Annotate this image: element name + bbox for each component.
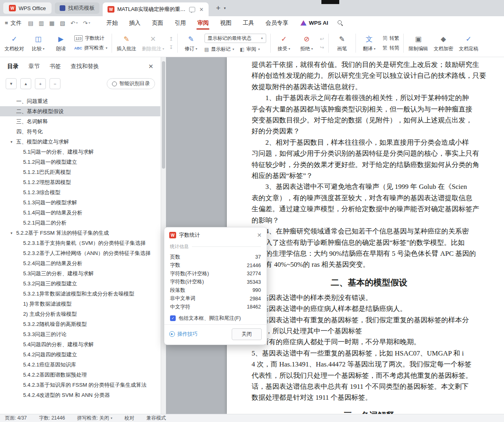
previous-change-icon[interactable]: ↩ xyxy=(320,36,324,42)
previous-comment-icon[interactable]: ↥ xyxy=(169,36,173,42)
print-icon[interactable]: ▥ xyxy=(39,20,44,26)
track-changes-button[interactable]: ✎ 修订▾ xyxy=(180,31,202,55)
accept-change-button[interactable]: ✓ 接受▾ xyxy=(273,31,295,55)
wps-ai-button[interactable]: WPS AI xyxy=(300,20,328,26)
ribbon-tab[interactable]: 引用 xyxy=(169,16,192,30)
toc-expand-icon[interactable]: ▾ xyxy=(11,231,16,235)
sidebar-tab[interactable]: 章节 xyxy=(28,63,40,70)
ribbon-tab[interactable]: 会员专享 xyxy=(260,16,294,30)
toc-item[interactable]: 5.1.3问题一的模型求解 xyxy=(0,197,160,208)
tab-list-chevron-icon[interactable]: ▾ xyxy=(224,6,226,10)
toc-item[interactable]: 5.3问题三的分析、建模与求解 xyxy=(0,268,160,278)
word-count-indicator[interactable]: 字数: 21446 xyxy=(39,415,65,422)
save-icon[interactable]: ▤ xyxy=(28,20,33,26)
toc-item[interactable]: ▾ 5.2.2基于 FSSM 算法的特征子集的生成 xyxy=(0,228,160,238)
ribbon-tab[interactable]: 插入 xyxy=(123,16,146,30)
ink-brush-button[interactable]: ✎ 画笔 xyxy=(331,31,353,55)
sidebar-tab[interactable]: 目录 xyxy=(7,63,19,70)
toc-item[interactable]: 5.2.1问题二的分析 xyxy=(0,218,160,228)
toc-item[interactable]: 5.1.2.1巴氏距离模型 xyxy=(0,167,160,177)
toc-item[interactable]: 5.4问题四的分析、建模与求解 xyxy=(0,339,160,349)
collapse-all-button[interactable]: ▾ xyxy=(6,78,17,89)
proofing-status[interactable]: 校对 xyxy=(125,415,134,422)
reject-change-button[interactable]: ⊘ 拒绝▾ xyxy=(296,31,318,55)
toc-item[interactable]: 5.3.3问题三的讨论 xyxy=(0,329,160,339)
zoom-in-button[interactable]: + xyxy=(35,78,46,89)
print-preview-icon[interactable]: ▦ xyxy=(49,20,54,26)
toc-item[interactable]: 1) 异常数据滤波模型 xyxy=(0,299,160,309)
toc-item[interactable]: 5.1.2.2理想基因模型 xyxy=(0,177,160,187)
toc-item[interactable]: 5.4.2.2基因图谱数据预处理 xyxy=(0,370,160,380)
show-markup-button[interactable]: ▤ 显示标记 ▾ xyxy=(205,46,234,53)
compatibility-mode-indicator[interactable]: 兼容模式 xyxy=(146,415,166,422)
to-simplified-button[interactable]: 繁 转简 xyxy=(383,45,399,51)
encrypt-document-button[interactable]: ◆ 文档加密 xyxy=(431,31,456,55)
sidebar-tab[interactable]: 书签 xyxy=(50,63,61,70)
file-menu-button[interactable]: ≡ 文件 xyxy=(5,19,22,27)
expand-all-button[interactable]: ▴ xyxy=(20,78,31,89)
docer-template-tab[interactable]: 找稻壳模板 xyxy=(55,2,99,14)
toc-item[interactable]: 2) 主成分分析去噪模型 xyxy=(0,309,160,319)
toc-item[interactable]: 5.4.2.1癌症基因知识库 xyxy=(0,360,160,370)
toc-item[interactable]: 5.3.2问题三的模型建立 xyxy=(0,278,160,289)
next-change-icon[interactable]: ↪ xyxy=(320,45,324,50)
toc-expand-icon[interactable]: ▾ xyxy=(11,140,16,144)
toc-item[interactable]: 5.1.4问题一的结果及分析 xyxy=(0,208,160,218)
toc-item[interactable]: 5.4.2.4改进型的 SVM 和 ANN 分类器 xyxy=(0,390,160,400)
tips-link[interactable]: ▶ 操作技巧 xyxy=(169,331,198,338)
toc-item[interactable]: 四、符号化 xyxy=(0,126,160,137)
close-tab-icon[interactable]: ✕ xyxy=(199,6,204,13)
redo-button[interactable]: ↷ ▾ xyxy=(83,20,90,26)
translate-button[interactable]: 文 翻译▾ xyxy=(358,31,380,55)
toc-item[interactable]: 5.1.2问题一的模型建立 xyxy=(0,157,160,167)
ribbon-tab[interactable]: 开始 xyxy=(101,16,123,30)
toc-item[interactable]: 5.3.2.2随机噪音的高斯模型 xyxy=(0,319,160,329)
new-tab-button[interactable]: + xyxy=(213,4,223,13)
toc-item[interactable]: 5.2.3.1基于支持向量机（SVM）的分类特征子集选择 xyxy=(0,238,160,248)
page-indicator[interactable]: 页面: 4/37 xyxy=(5,415,27,422)
ribbon-tab[interactable]: 页面 xyxy=(146,16,169,30)
close-dialog-icon[interactable]: ✕ xyxy=(257,232,262,238)
markup-state-dropdown[interactable]: 显示标记的最终状态 ▾ xyxy=(205,34,266,43)
toc-item[interactable]: ▾ 五、模型的建立与求解 xyxy=(0,137,160,147)
compare-button[interactable]: ◫ 比较▾ xyxy=(27,31,49,55)
toc-item[interactable]: 二、基本的模型假设 xyxy=(0,106,160,116)
scrollbar-thumb[interactable] xyxy=(162,61,165,169)
smart-toc-button[interactable]: 智能识别目录 xyxy=(107,78,155,89)
toc-item[interactable]: 5.1问题一的分析、建模与求解 xyxy=(0,147,160,157)
sidebar-tab[interactable]: 查找和替换 xyxy=(71,63,99,70)
toc-item[interactable]: 三、名词解释 xyxy=(0,116,160,126)
export-pdf-icon[interactable]: ▧ xyxy=(60,20,65,26)
ribbon-tab[interactable]: 审阅 xyxy=(192,16,214,30)
toc-item[interactable]: 5.1.2.3综合模型 xyxy=(0,187,160,197)
doc-proof-button[interactable]: ✓ 文档校对 xyxy=(2,31,26,55)
spell-check-status[interactable]: 拼写检查: 关闭 ▾ xyxy=(77,415,112,422)
document-tab-active[interactable]: W MATLAB实现确定肿瘤的重要... ✕ xyxy=(103,2,209,16)
spell-check-button[interactable]: ABC 拼写检查 ▾ xyxy=(74,45,108,51)
zoom-out-button[interactable]: − xyxy=(50,78,60,89)
close-sidebar-icon[interactable]: ✕ xyxy=(148,63,153,70)
home-tab[interactable]: W WPS Office xyxy=(3,2,52,14)
undo-button[interactable]: ↶ ▾ xyxy=(71,20,78,26)
toc-item[interactable]: 5.2.4问题二的结果及分析 xyxy=(0,258,160,268)
review-pane-button[interactable]: ◧ 审阅 ▾ xyxy=(240,46,260,53)
close-button[interactable]: 关闭 xyxy=(232,328,262,340)
dialog-title-bar[interactable]: W 字数统计 ✕ xyxy=(164,227,267,243)
toc-item[interactable]: 5.4.2.3基于知识库的 FSSM 的分类特征子集生成算法 xyxy=(0,380,160,390)
insert-comment-button[interactable]: ✎ 插入批注 xyxy=(114,31,139,55)
finalize-document-button[interactable]: ✓ 文档定稿 xyxy=(457,31,481,55)
next-comment-icon[interactable]: ↧ xyxy=(169,45,173,50)
delete-comment-button[interactable]: ✕ 删除批注▾ xyxy=(140,31,167,55)
ribbon-tab[interactable]: 工具 xyxy=(237,16,260,30)
ribbon-tab[interactable]: 视图 xyxy=(214,16,237,30)
restrict-editing-button[interactable]: ▣ 限制编辑 xyxy=(406,31,431,55)
include-footnotes-checkbox[interactable]: ✓ 包括文本框、脚注和尾注(F) xyxy=(170,315,261,322)
word-count-button[interactable]: 123 字数统计 xyxy=(74,35,108,42)
to-traditional-button[interactable]: 简 转繁 xyxy=(383,35,399,42)
read-aloud-button[interactable]: ▶ 朗读 xyxy=(50,31,72,55)
search-icon[interactable] xyxy=(337,20,344,26)
toc-item[interactable]: 5.4.2问题四的模型建立 xyxy=(0,349,160,360)
toc-item[interactable]: 5.2.3.2基于人工神经网络（ANN）的分类特征子集选择 xyxy=(0,248,160,258)
toc-item[interactable]: 一、问题重述 xyxy=(0,96,160,106)
toc-item[interactable]: 5.3.2.1异常数据滤波模型和主成分分析去噪模型 xyxy=(0,289,160,299)
